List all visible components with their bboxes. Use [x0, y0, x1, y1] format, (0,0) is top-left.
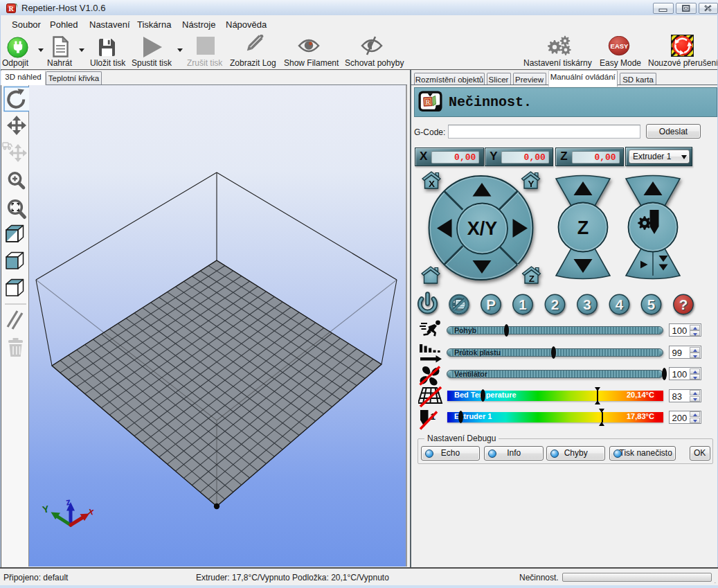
svg-text:4: 4 [616, 296, 624, 312]
svg-text:3: 3 [583, 296, 591, 312]
svg-text:P: P [486, 296, 496, 312]
svg-text:EASY: EASY [611, 42, 629, 50]
svg-text:X: X [429, 179, 435, 189]
svg-text:5: 5 [647, 296, 655, 312]
svg-text:Y: Y [528, 179, 534, 189]
svg-text:R: R [425, 98, 431, 105]
svg-text:?: ? [679, 296, 688, 312]
svg-text:Z: Z [529, 274, 535, 284]
svg-text:R: R [8, 5, 14, 12]
svg-text:1: 1 [519, 296, 526, 312]
svg-text:2: 2 [551, 296, 559, 312]
svg-text:Z: Z [577, 217, 589, 238]
svg-text:X/Y: X/Y [467, 218, 498, 239]
